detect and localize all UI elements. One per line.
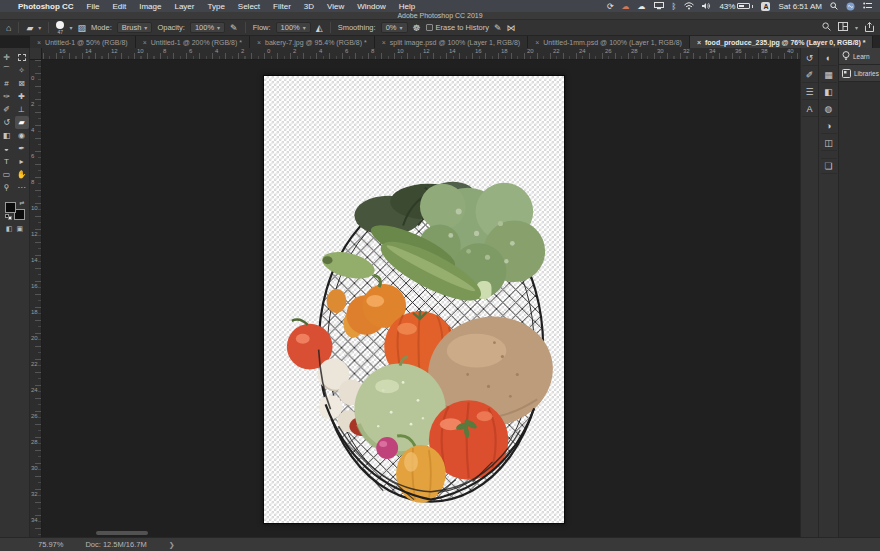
swap-colors-icon[interactable]: ⇄ [19,199,24,206]
close-tab-icon[interactable]: × [535,39,539,46]
quick-mask-icon[interactable]: ◧ [6,225,13,233]
blur-tool[interactable]: ◉ [15,129,29,142]
history-brush-tool[interactable]: ↺ [0,116,14,129]
share-icon[interactable] [865,22,874,34]
edit-toolbar[interactable]: ⋯ [15,181,29,194]
eraser-tool[interactable]: ▰ [15,116,29,129]
menu-select[interactable]: Select [238,2,260,11]
menu-edit[interactable]: Edit [112,2,126,11]
crop-tool[interactable]: # [0,77,14,90]
spotlight-search-icon[interactable] [830,2,838,10]
document-tab[interactable]: ×Untitled-1mm.psd @ 100% (Layer 1, RGB/8… [528,36,690,48]
siri-icon[interactable] [846,2,855,11]
display-icon[interactable] [654,2,664,10]
document-tab[interactable]: ×split image.psd @ 100% (Layer 1, RGB/8) [375,36,529,48]
brush-preset-picker[interactable]: 47 [56,21,64,34]
zoom-tool[interactable]: ⚲ [0,181,14,194]
menu-layer[interactable]: Layer [174,2,194,11]
document-tab[interactable]: ×Untitled-1 @ 200% (RGB/8) * [136,36,250,48]
foreground-color-swatch[interactable] [5,202,16,213]
gradients-panel-icon[interactable]: ◧ [821,84,837,100]
wifi-icon[interactable] [684,2,694,10]
adjustments-panel-icon[interactable]: ◑ [821,118,837,134]
libraries-panel-tab[interactable]: Libraries [839,65,880,82]
toggle-brush-settings-icon[interactable]: ▨ [77,23,86,33]
libraries-panel-icon[interactable]: ◫ [821,135,837,151]
chevron-down-icon[interactable]: ▾ [855,24,858,31]
brush-settings-panel-icon[interactable]: ✐ [802,67,818,83]
symmetry-icon[interactable]: ⋈ [506,23,515,33]
brush-tool[interactable]: ✐ [0,103,14,116]
quick-selection-tool[interactable]: ✧ [15,64,29,77]
horizontal-scrollbar-thumb[interactable] [96,531,148,535]
status-options-chevron[interactable]: ❯ [169,541,175,549]
close-tab-icon[interactable]: × [382,39,386,46]
icloud-icon[interactable]: ☁ [638,2,646,11]
menu-file[interactable]: File [87,2,100,11]
color-panel-icon[interactable]: ◐ [821,50,837,66]
vertical-ruler[interactable]: 0246810121416182022242628303234 [30,60,42,537]
canvas-area[interactable]: 1816141210864202468101214161820222426283… [30,48,800,537]
volume-icon[interactable] [702,2,711,10]
close-tab-icon[interactable]: × [697,39,701,46]
dodge-tool[interactable]: ◒ [0,142,14,155]
zoom-level-field[interactable]: 75.97% [38,540,63,549]
screen-mode-icon[interactable]: ▣ [17,225,24,233]
battery-indicator[interactable]: 43% [719,2,753,11]
rectangular-marquee-tool[interactable] [15,51,29,64]
gradient-tool[interactable]: ◧ [0,129,14,142]
menu-help[interactable]: Help [399,2,415,11]
move-tool[interactable]: ✛ [0,51,14,64]
swatches-panel-icon[interactable]: ▦ [821,67,837,83]
path-selection-tool[interactable]: ▸ [15,155,29,168]
character-panel-icon[interactable]: A [802,101,818,117]
learn-panel-tab[interactable]: Learn [839,48,880,65]
close-tab-icon[interactable]: × [37,39,41,46]
pressure-opacity-icon[interactable]: ✎ [230,23,238,33]
frame-tool[interactable]: ⊠ [15,77,29,90]
clone-stamp-tool[interactable]: ⊥ [15,103,29,116]
menu-clock[interactable]: Sat 6:51 AM [778,2,822,11]
rectangle-tool[interactable]: ▭ [0,168,14,181]
close-tab-icon[interactable]: × [143,39,147,46]
color-swatches[interactable]: ⇄ [5,200,25,220]
close-tab-icon[interactable]: × [257,39,261,46]
erase-to-history-checkbox[interactable]: Erase to History [426,23,489,32]
document-tab[interactable]: ×bakery-7.jpg @ 95.4% (RGB/8) * [250,36,375,48]
menu-filter[interactable]: Filter [273,2,291,11]
pressure-size-icon[interactable]: ✎ [494,23,502,33]
home-icon[interactable]: ⌂ [6,23,11,33]
workspace-selector-icon[interactable] [838,22,848,33]
healing-brush-tool[interactable]: ✚ [15,90,29,103]
creative-cloud-app-icon[interactable]: ☁ [622,2,630,11]
eyedropper-tool[interactable]: ✑ [0,90,14,103]
mode-dropdown[interactable]: Brush ▾ [117,22,153,33]
document-tab[interactable]: ×food_produce_235.jpg @ 76% (Layer 0, RG… [690,36,874,48]
patterns-panel-icon[interactable]: ◍ [821,101,837,117]
bluetooth-icon[interactable]: ᛒ [672,2,677,11]
lasso-tool[interactable]: ⌒ [0,64,14,77]
menu-type[interactable]: Type [207,2,224,11]
horizontal-ruler[interactable]: 1816141210864202468101214161820222426283… [30,48,800,60]
search-icon[interactable] [822,22,831,33]
smoothing-dropdown[interactable]: 0% ▾ [381,22,408,33]
menu-3d[interactable]: 3D [304,2,314,11]
input-source-icon[interactable]: A [761,2,770,11]
menu-photoshop-cc[interactable]: Photoshop CC [18,2,74,11]
eraser-preset-icon[interactable]: ▰ [26,23,33,33]
menu-window[interactable]: Window [357,2,385,11]
history-panel-icon[interactable]: ↺ [802,50,818,66]
chevron-down-icon[interactable]: ▾ [69,24,72,31]
layers-panel-icon[interactable]: ❏ [821,158,837,174]
sync-icon[interactable]: ⟳ [607,2,614,11]
document-canvas[interactable] [263,75,565,524]
default-colors-icon[interactable] [5,214,12,220]
flow-dropdown[interactable]: 100% ▾ [276,22,311,33]
smoothing-options-gear-icon[interactable]: ☸ [413,23,421,33]
document-tab[interactable]: ×Untitled-1 @ 50% (RGB/8) [30,36,136,48]
menu-image[interactable]: Image [139,2,161,11]
opacity-dropdown[interactable]: 100% ▾ [190,22,225,33]
clone-source-panel-icon[interactable]: ☰ [802,84,818,100]
chevron-down-icon[interactable]: ▾ [38,24,41,31]
airbrush-icon[interactable]: ◭ [316,23,323,33]
